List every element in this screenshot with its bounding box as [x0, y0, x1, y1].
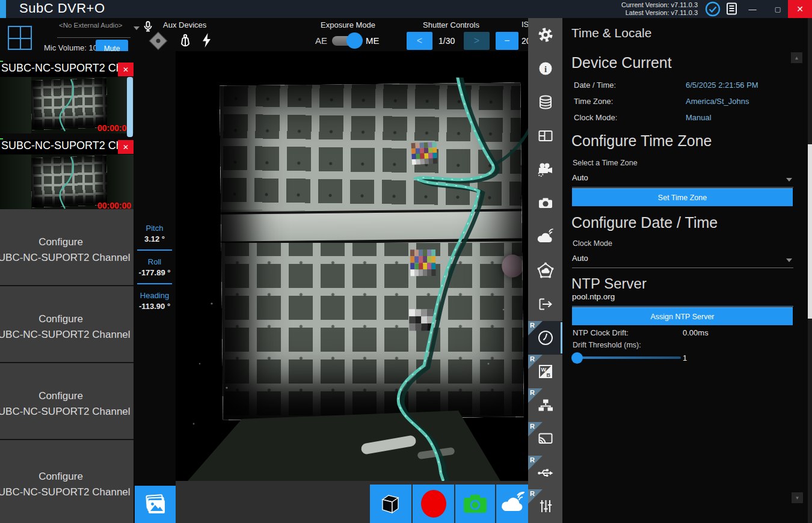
cloud-upload-button[interactable]	[496, 485, 529, 523]
main-video-feed[interactable]	[176, 51, 528, 481]
channel-close-button[interactable]: ✕	[118, 140, 134, 154]
snapshot-button[interactable]	[455, 485, 495, 523]
scroll-down-button[interactable]: ▼	[792, 492, 803, 503]
r-badge: R	[528, 456, 543, 470]
release-notes-icon[interactable]	[725, 2, 741, 18]
pitch-value: 3.12 °	[134, 234, 176, 243]
clock-mode-dropdown[interactable]: Auto	[572, 254, 793, 268]
right-panel-scrollbar[interactable]	[808, 144, 812, 319]
shutter-prev-button[interactable]: <	[407, 32, 432, 50]
rail-item-info[interactable]: i	[528, 52, 562, 85]
exposure-ae-label: AE	[315, 35, 327, 46]
clock-mode-select-label: Clock Mode	[573, 239, 612, 248]
channel-tile[interactable]: SUBC-NC-SUPORT2 Channel ✕ 00:00:00	[0, 139, 134, 211]
configure-channel-tile[interactable]: ConfigureSUBC-NC-SUPORT2 Channel	[0, 440, 134, 523]
configure-channel-tile[interactable]: ConfigureSUBC-NC-SUPORT2 Channel	[0, 286, 134, 362]
pitch-label: Pitch	[134, 224, 176, 233]
configure-channel-tile[interactable]: ConfigureSUBC-NC-SUPORT2 Channel	[0, 209, 134, 286]
record-button[interactable]	[413, 485, 454, 523]
channel-header: SUBC-NC-SUPORT2 Channel ✕	[0, 62, 134, 77]
telemetry-column: Pitch 3.12 ° Roll -177.89 ° Heading -113…	[134, 51, 176, 523]
rail-item-usb[interactable]: R	[528, 456, 562, 489]
aux-lamp-icon[interactable]	[177, 33, 194, 50]
rail-item-storage[interactable]	[528, 85, 562, 119]
drift-threshold-slider[interactable]	[573, 356, 681, 359]
channel-preview[interactable]: 00:00:00	[0, 154, 134, 211]
channel-preview[interactable]: 00:00:00	[0, 77, 134, 133]
channel-title: SUBC-NC-SUPORT2 Channel	[1, 139, 118, 152]
rail-item-export[interactable]	[528, 287, 562, 321]
layout-grid-button[interactable]	[8, 26, 32, 50]
cube-icon	[380, 491, 402, 516]
gallery-icon	[143, 492, 168, 516]
aux-strobe-flash-icon[interactable]	[198, 32, 214, 50]
heading-label: Heading	[134, 291, 176, 300]
gear-icon	[537, 26, 555, 44]
svg-text:i: i	[544, 64, 546, 74]
rail-item-network[interactable]: R	[528, 388, 562, 422]
rail-item-cloud[interactable]	[528, 220, 562, 254]
time-zone-value: America/St_Johns	[686, 97, 749, 106]
ntp-clock-drift-label: NTP Clock Drift:	[573, 328, 629, 337]
photo-camera-icon	[537, 194, 555, 212]
rail-item-layout[interactable]	[528, 119, 562, 153]
time-zone-dropdown[interactable]: Auto	[572, 173, 793, 188]
channel-panel: SUBC-NC-SUPORT2 Channel ✕ 00:00:00 SUBC-…	[0, 51, 134, 523]
heading-value: -113.90 °	[134, 302, 176, 311]
scroll-up-button[interactable]: ▲	[791, 52, 802, 63]
drift-threshold-label: Drift Threshold (ms):	[573, 341, 641, 349]
update-check-icon[interactable]	[705, 1, 721, 17]
exposure-me-label: ME	[366, 35, 380, 46]
layout-panels-icon	[537, 127, 555, 145]
rail-item-time-locale[interactable]: R	[528, 321, 562, 355]
r-badge: R	[528, 355, 543, 369]
rail-item-network-cloud[interactable]	[528, 254, 562, 287]
audio-device-select[interactable]: <No External Audio>	[59, 22, 125, 29]
ntp-clock-drift-value: 0.00ms	[683, 328, 709, 337]
clock-mode-label: Clock Mode:	[574, 113, 617, 122]
channel-close-button[interactable]: ✕	[118, 63, 134, 76]
configure-channel-tile[interactable]: ConfigureSUBC-NC-SUPORT2 Channel	[0, 363, 134, 439]
left-panel-scrollbar[interactable]	[127, 77, 133, 137]
3d-capture-button[interactable]	[370, 485, 411, 523]
iso-minus-button[interactable]: −	[496, 32, 518, 50]
exposure-toggle-knob[interactable]	[346, 32, 363, 49]
record-icon	[419, 489, 448, 519]
rail-item-screen-cast[interactable]: R	[528, 422, 562, 456]
rail-item-white-balance[interactable]: R WB	[528, 355, 562, 388]
drift-threshold-value: 1	[683, 353, 687, 362]
chevron-down-icon[interactable]	[134, 26, 140, 30]
camera-icon	[462, 493, 488, 515]
rail-item-camera-settings[interactable]	[528, 153, 562, 186]
svg-text:B: B	[546, 372, 550, 378]
maximize-button[interactable]: ▢	[767, 0, 788, 18]
assign-ntp-server-button[interactable]: Assign NTP Server	[572, 307, 793, 325]
r-badge: R	[528, 489, 543, 504]
audio-select-underline	[57, 37, 131, 38]
rope-overlay	[176, 51, 528, 481]
close-button[interactable]: ✕	[788, 0, 812, 18]
ntp-server-input[interactable]: pool.ntp.org	[572, 292, 793, 307]
minimize-button[interactable]: —	[742, 0, 763, 18]
r-badge: R	[528, 388, 543, 403]
channel-timecode: 00:00:00	[97, 123, 131, 133]
date-time-label: Date / Time:	[574, 81, 616, 90]
channel-tile[interactable]: SUBC-NC-SUPORT2 Channel ✕ 00:00:00	[0, 62, 134, 133]
microphone-icon	[140, 20, 156, 35]
media-gallery-button[interactable]	[135, 486, 176, 523]
shutter-next-button[interactable]: >	[464, 32, 490, 50]
shutter-value: 1/30	[438, 36, 455, 46]
rail-item-adjustments[interactable]: R	[528, 489, 562, 523]
rail-item-settings[interactable]	[528, 18, 562, 52]
database-icon	[537, 93, 555, 111]
panel-title: Time & Locale	[571, 26, 651, 40]
drift-threshold-slider-knob[interactable]	[571, 352, 583, 364]
section-device-current: Device Current	[571, 54, 672, 72]
channel-title: SUBC-NC-SUPORT2 Channel	[1, 62, 118, 75]
latest-version: Latest Version: v7.11.0.3	[621, 9, 698, 17]
r-badge: R	[528, 422, 543, 436]
rail-selection-indicator	[561, 322, 562, 353]
rail-item-snapshot[interactable]	[528, 186, 562, 220]
set-time-zone-button[interactable]: Set Time Zone	[572, 188, 793, 206]
chevron-down-icon	[786, 258, 792, 262]
